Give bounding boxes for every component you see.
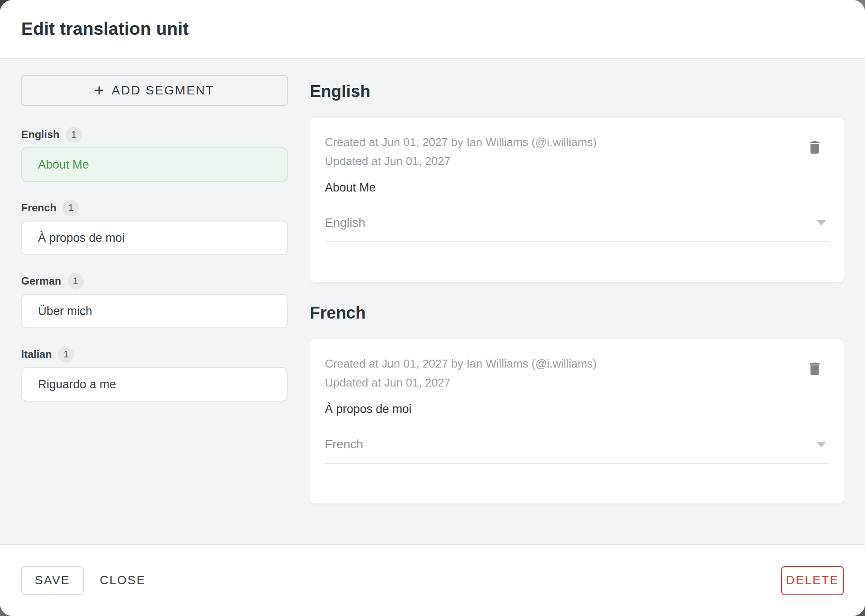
add-segment-label: ADD SEGMENT [112, 83, 214, 98]
segment-count-badge: 1 [63, 200, 79, 216]
edit-translation-unit-dialog: Edit translation unit + ADD SEGMENT Engl… [0, 0, 865, 616]
created-meta: Created at Jun 01, 2027 by Ian Williams … [325, 354, 829, 373]
add-segment-button[interactable]: + ADD SEGMENT [21, 75, 288, 106]
segment-text: About Me [325, 180, 829, 195]
translation-card-french: Created at Jun 01, 2027 by Ian Williams … [310, 339, 844, 503]
language-label: French [21, 202, 56, 214]
segment-item-italian[interactable]: Riguardo a me [21, 367, 288, 402]
segment-item-german[interactable]: Über mich [21, 294, 288, 328]
section-heading-english: English [310, 81, 844, 102]
delete-segment-button[interactable] [804, 359, 825, 380]
chevron-down-icon [816, 220, 826, 225]
segment-count-badge: 1 [58, 346, 74, 363]
delete-button[interactable]: DELETE [781, 566, 844, 595]
language-select-value: English [325, 216, 365, 230]
language-select[interactable]: English [325, 216, 829, 242]
segment-item-text: Über mich [38, 304, 92, 318]
language-group-header-french: French 1 [21, 199, 288, 216]
language-group-header-german: German 1 [21, 273, 288, 289]
language-label: German [21, 275, 61, 287]
segment-item-text: About Me [38, 158, 89, 172]
delete-segment-button[interactable] [804, 137, 825, 158]
created-meta: Created at Jun 01, 2027 by Ian Williams … [325, 133, 829, 152]
segment-text: À propos de moi [325, 401, 829, 417]
updated-meta: Updated at Jun 01, 2027 [325, 152, 829, 171]
language-group-header-italian: Italian 1 [21, 346, 288, 363]
segment-item-english[interactable]: About Me [21, 147, 288, 182]
translation-main-panel: English Created at Jun 01, 2027 by Ian W… [310, 59, 844, 544]
language-label: Italian [21, 348, 52, 361]
segment-item-text: À propos de moi [38, 231, 125, 245]
segment-item-french[interactable]: À propos de moi [21, 221, 288, 255]
section-heading-french: French [310, 302, 844, 323]
language-group-header-english: English 1 [21, 126, 288, 143]
updated-meta: Updated at Jun 01, 2027 [325, 373, 829, 392]
plus-icon: + [94, 83, 104, 98]
segment-sidebar: + ADD SEGMENT English 1 About Me French … [21, 59, 288, 544]
save-button[interactable]: SAVE [21, 566, 84, 595]
segment-count-badge: 1 [68, 273, 84, 289]
translation-card-english: Created at Jun 01, 2027 by Ian Williams … [310, 118, 844, 282]
dialog-body: + ADD SEGMENT English 1 About Me French … [0, 59, 865, 544]
dialog-title: Edit translation unit [21, 19, 189, 39]
chevron-down-icon [816, 442, 826, 447]
segment-item-text: Riguardo a me [38, 378, 116, 391]
dialog-header: Edit translation unit [0, 0, 865, 59]
language-select[interactable]: French [325, 437, 829, 464]
language-select-value: French [325, 437, 363, 451]
dialog-footer: SAVE CLOSE DELETE [0, 544, 865, 616]
segment-count-badge: 1 [66, 127, 82, 143]
language-label: English [21, 128, 60, 141]
close-button[interactable]: CLOSE [86, 566, 159, 595]
trash-icon [806, 139, 823, 157]
trash-icon [806, 361, 823, 379]
